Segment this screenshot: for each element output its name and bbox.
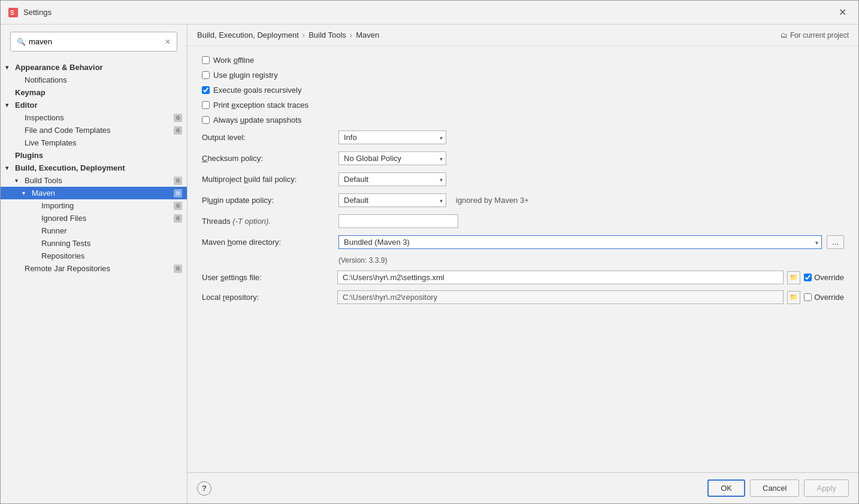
badge-icon: ⚙	[174, 177, 182, 185]
threads-row: Threads (-T option).	[202, 214, 844, 228]
threads-label: Threads (-T option).	[202, 217, 334, 226]
sidebar-item-appearance[interactable]: ▾ Appearance & Behavior	[1, 61, 187, 74]
folder-icon: 📁	[790, 293, 798, 301]
sidebar-item-ignored-files[interactable]: Ignored Files ⚙	[1, 212, 187, 224]
checksum-policy-select[interactable]: No Global Policy Warn Fail Ignore	[338, 151, 446, 165]
sidebar-item-keymap[interactable]: Keymap	[1, 86, 187, 99]
work-offline-row: Work offline	[202, 56, 844, 65]
close-button[interactable]: ✕	[834, 4, 851, 20]
work-offline-checkbox[interactable]	[202, 56, 210, 64]
bottom-bar: ? OK Cancel Apply	[187, 472, 858, 503]
use-plugin-registry-checkbox[interactable]	[202, 71, 210, 79]
sidebar-item-label: Live Templates	[25, 138, 76, 147]
settings-area: Work offline Use plugin registry Execute…	[187, 46, 858, 472]
local-repository-browse-button[interactable]: 📁	[787, 291, 800, 304]
sidebar-item-build-execution-deployment[interactable]: ▾ Build, Execution, Deployment	[1, 162, 187, 174]
plugin-update-policy-dropdown-wrap: Default Always Never Interval ▾	[338, 193, 446, 207]
badge-icon: ⚙	[174, 126, 182, 135]
breadcrumb-sep1: ›	[303, 31, 305, 40]
sidebar-item-label: Importing	[41, 201, 74, 210]
apply-button[interactable]: Apply	[804, 479, 849, 497]
sidebar-item-label: Running Tests	[41, 239, 90, 248]
breadcrumb-sep2: ›	[350, 31, 352, 40]
maven-home-row: Maven home directory: Bundled (Maven 3) …	[202, 235, 844, 249]
sidebar-item-label: Remote Jar Repositories	[25, 264, 110, 273]
user-settings-browse-button[interactable]: 📁	[787, 271, 800, 284]
user-settings-label: User settings file:	[202, 273, 334, 282]
print-exception-checkbox[interactable]	[202, 101, 210, 109]
user-settings-override-checkbox[interactable]	[804, 274, 812, 281]
sidebar-item-label: Keymap	[15, 88, 46, 97]
action-buttons: OK Cancel Apply	[707, 479, 849, 497]
expand-arrow: ▾	[5, 64, 13, 71]
execute-goals-row: Execute goals recursively	[202, 86, 844, 95]
checksum-policy-dropdown-wrap: No Global Policy Warn Fail Ignore ▾	[338, 151, 446, 165]
breadcrumb-part2[interactable]: Build Tools	[308, 31, 346, 40]
ok-button[interactable]: OK	[707, 479, 745, 497]
sidebar-item-editor[interactable]: ▾ Editor	[1, 99, 187, 111]
sidebar-item-label: Repositories	[41, 251, 84, 260]
execute-goals-label: Execute goals recursively	[213, 86, 301, 95]
search-icon: 🔍	[17, 38, 26, 46]
sidebar-item-running-tests[interactable]: Running Tests	[1, 237, 187, 250]
breadcrumb-part1[interactable]: Build, Execution, Deployment	[197, 31, 299, 40]
always-update-checkbox[interactable]	[202, 116, 210, 124]
sidebar-item-maven[interactable]: ▾ Maven ⚙	[1, 187, 187, 199]
local-repository-override-checkbox[interactable]	[804, 293, 812, 301]
badge-icon: ⚙	[174, 265, 182, 273]
cancel-button[interactable]: Cancel	[750, 479, 799, 497]
plugin-update-policy-label: Plugin update policy:	[202, 196, 334, 205]
badge-icon: ⚙	[174, 202, 182, 210]
checksum-policy-label: Checksum policy:	[202, 154, 334, 163]
badge-icon: ⚙	[174, 114, 182, 122]
always-update-label: Always update snapshots	[213, 116, 301, 125]
main-panel: Build, Execution, Deployment › Build Too…	[187, 25, 858, 503]
multiproject-fail-policy-label: Multiproject build fail policy:	[202, 175, 334, 184]
breadcrumb-part3: Maven	[356, 31, 379, 40]
title-bar: S Settings ✕	[1, 1, 858, 25]
sidebar-item-live-templates[interactable]: Live Templates	[1, 136, 187, 149]
user-settings-input[interactable]	[337, 271, 784, 284]
sidebar-item-label: Notifications	[25, 75, 67, 84]
app-icon: S	[8, 7, 19, 18]
svg-text:S: S	[10, 10, 14, 16]
sidebar-item-plugins[interactable]: Plugins	[1, 149, 187, 162]
maven-home-browse-button[interactable]: ...	[827, 235, 844, 249]
sidebar-item-repositories[interactable]: Repositories	[1, 250, 187, 262]
search-input[interactable]	[29, 37, 165, 46]
execute-goals-checkbox[interactable]	[202, 86, 210, 94]
maven3-ignored-note: ignored by Maven 3+	[456, 196, 529, 205]
breadcrumb: Build, Execution, Deployment › Build Too…	[187, 25, 858, 46]
print-exception-label: Print exception stack traces	[213, 101, 308, 110]
sidebar-item-label: File and Code Templates	[25, 126, 111, 135]
multiproject-fail-policy-select[interactable]: Default Fail Fast Fail At End Never Fail	[338, 172, 446, 186]
sidebar-item-file-code-templates[interactable]: File and Code Templates ⚙	[1, 124, 187, 136]
folder-icon: 📁	[790, 274, 798, 281]
use-plugin-registry-label: Use plugin registry	[213, 71, 278, 80]
sidebar-item-importing[interactable]: Importing ⚙	[1, 199, 187, 212]
checksum-policy-row: Checksum policy: No Global Policy Warn F…	[202, 151, 844, 165]
sidebar-item-label: Ignored Files	[41, 214, 86, 223]
sidebar-item-label: Build, Execution, Deployment	[15, 163, 125, 172]
help-button[interactable]: ?	[197, 481, 211, 496]
output-level-label: Output level:	[202, 133, 334, 142]
multiproject-fail-policy-row: Multiproject build fail policy: Default …	[202, 172, 844, 186]
badge-icon: ⚙	[174, 214, 182, 223]
sidebar-item-label: Build Tools	[25, 176, 62, 185]
sidebar-item-build-tools[interactable]: ▾ Build Tools ⚙	[1, 174, 187, 187]
output-level-select[interactable]: Info Debug Quiet	[338, 130, 446, 144]
multiproject-fail-policy-dropdown-wrap: Default Fail Fast Fail At End Never Fail…	[338, 172, 446, 186]
plugin-update-policy-select[interactable]: Default Always Never Interval	[338, 193, 446, 207]
output-level-dropdown-wrap: Info Debug Quiet ▾	[338, 130, 446, 144]
sidebar-item-runner[interactable]: Runner	[1, 224, 187, 237]
sidebar-item-remote-jar-repos[interactable]: Remote Jar Repositories ⚙	[1, 262, 187, 275]
maven-home-label: Maven home directory:	[202, 238, 334, 247]
search-clear-icon[interactable]: ✕	[165, 38, 171, 46]
threads-input[interactable]	[338, 214, 458, 228]
sidebar-item-label: Runner	[41, 226, 67, 235]
sidebar-item-label: Editor	[15, 101, 38, 110]
sidebar-item-notifications[interactable]: Notifications	[1, 74, 187, 86]
sidebar-item-inspections[interactable]: Inspections ⚙	[1, 111, 187, 124]
local-repository-input[interactable]	[337, 290, 784, 304]
maven-home-select[interactable]: Bundled (Maven 3) Use Maven wrapper Cust…	[338, 235, 822, 249]
